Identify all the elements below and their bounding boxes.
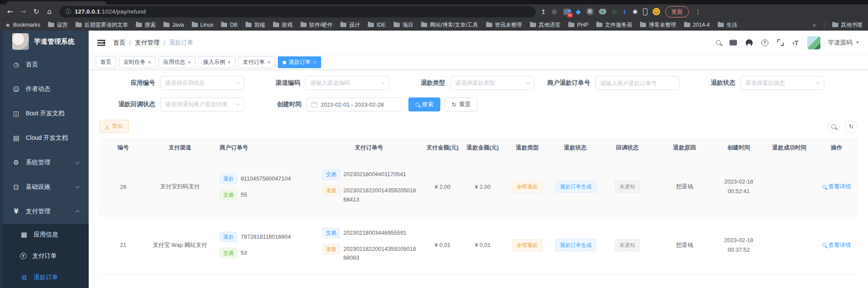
- sidebar-item[interactable]: Boot 开发文档: [0, 101, 89, 126]
- sidebar-item[interactable]: 系统管理: [0, 150, 89, 175]
- home-icon[interactable]: [44, 6, 55, 17]
- message-icon[interactable]: [730, 40, 737, 45]
- bookmark-folder[interactable]: 前端: [246, 21, 265, 29]
- bookmark-folder[interactable]: 网站/博客/文章/工具: [421, 21, 478, 29]
- channel-code-select[interactable]: 请输入渠道编码: [305, 76, 389, 90]
- extension-star-icon[interactable]: [612, 8, 617, 16]
- bookmark-folder[interactable]: PHP: [568, 21, 588, 29]
- bookmark-star-icon[interactable]: [551, 7, 557, 16]
- reload-icon[interactable]: [31, 6, 42, 17]
- tab[interactable]: 应用信息: [159, 56, 196, 68]
- github-icon[interactable]: [746, 39, 753, 46]
- sidebar-item[interactable]: 首页: [0, 52, 89, 77]
- extension-phone-icon[interactable]: [643, 8, 647, 15]
- refund-type-select[interactable]: 请选择退款类型: [450, 76, 534, 90]
- reset-button[interactable]: 重置: [445, 97, 477, 111]
- extension-kite-icon[interactable]: [576, 8, 581, 16]
- tab[interactable]: 退款订单: [278, 56, 321, 68]
- bookmark-folder[interactable]: 运营: [48, 21, 68, 29]
- collapse-sidebar-icon[interactable]: [97, 40, 105, 46]
- extension-panel-icon[interactable]: 12: [563, 8, 571, 16]
- sidebar-item[interactable]: Cloud 开发文档: [0, 126, 89, 150]
- bookmark-folder[interactable]: IDE: [368, 21, 386, 29]
- search-button[interactable]: 搜索: [408, 97, 440, 111]
- cell-refund-amount: ¥ 0.01: [463, 216, 503, 274]
- tab[interactable]: 接入示例: [198, 56, 235, 68]
- bookmarks-root[interactable]: Bookmarks: [5, 22, 40, 28]
- bookmark-folder[interactable]: Java: [163, 21, 183, 29]
- sidebar-subitem[interactable]: 退款订单: [0, 267, 89, 288]
- navbar: 首页 支付管理 退款订单 芋道源码: [89, 31, 868, 55]
- show-search-button[interactable]: [827, 120, 840, 133]
- cell-success-time: [764, 216, 815, 274]
- share-icon[interactable]: [541, 8, 546, 15]
- bookmarks-bar: Bookmarks 运营 近期需要读的文章 搜索 Java: [0, 19, 868, 31]
- user-name: 芋道源码: [828, 39, 852, 47]
- close-icon[interactable]: [188, 59, 191, 66]
- bookmark-folder[interactable]: 搜索: [136, 21, 156, 29]
- refund-status-label: 退款状态: [711, 79, 735, 87]
- breadcrumb-home[interactable]: 首页: [113, 39, 125, 47]
- pay-order-icon: [20, 253, 27, 259]
- merchant-refund-no-input[interactable]: [595, 76, 679, 90]
- extension-recorder-icon[interactable]: [599, 9, 606, 14]
- export-button[interactable]: 导出: [99, 120, 129, 133]
- star-icon: [5, 22, 10, 28]
- create-time-range-picker[interactable]: 2023-02-01 - 2023-02-28: [307, 97, 402, 111]
- bookmark-folder[interactable]: 生活: [718, 21, 737, 29]
- view-detail-link[interactable]: 查看详情: [822, 183, 851, 191]
- bookmarks-overflow-icon[interactable]: [813, 21, 816, 28]
- close-icon[interactable]: [148, 59, 151, 66]
- back-icon[interactable]: [4, 6, 16, 17]
- sidebar-subitem[interactable]: 支付订单: [0, 245, 89, 267]
- forward-icon[interactable]: [17, 6, 29, 17]
- bookmark-folder[interactable]: 设计: [340, 21, 360, 29]
- bookmark-folder[interactable]: 文件服务器: [596, 21, 633, 29]
- bookmark-folder[interactable]: 其他语言: [530, 21, 560, 29]
- tab[interactable]: 定时任务: [119, 56, 156, 68]
- search-icon[interactable]: [716, 40, 721, 45]
- breadcrumb-separator: [163, 39, 165, 46]
- extension-paw-icon[interactable]: [633, 8, 638, 15]
- breadcrumb-pay[interactable]: 支付管理: [135, 39, 159, 47]
- browser-update-button[interactable]: 更新: [665, 6, 689, 17]
- address-bar[interactable]: 127.0.0.1:1024/pay/refund: [59, 6, 536, 17]
- user-dropdown[interactable]: 芋道源码: [807, 36, 859, 49]
- bookmark-folder[interactable]: Linux: [192, 21, 214, 29]
- extension-command-icon[interactable]: [586, 8, 594, 15]
- bookmark-folder[interactable]: 资讯未整理: [486, 21, 522, 29]
- help-icon[interactable]: [761, 39, 768, 46]
- close-icon[interactable]: [228, 59, 231, 66]
- bookmark-folder[interactable]: 游戏: [273, 21, 293, 29]
- close-icon[interactable]: [313, 59, 316, 66]
- sidebar-item[interactable]: 作者动态: [0, 77, 89, 101]
- sidebar-item[interactable]: 基础设施: [0, 175, 89, 199]
- extension-emoji-icon[interactable]: [653, 8, 660, 15]
- bookmark-folder[interactable]: 软件/硬件: [301, 21, 332, 29]
- close-icon[interactable]: [267, 59, 270, 66]
- notify-status-select[interactable]: 请选择通知商户退款结果: [160, 97, 244, 111]
- tab-label: 定时任务: [124, 59, 145, 66]
- browser-menu-icon[interactable]: [694, 8, 702, 15]
- bookmark-folder[interactable]: 近期需要读的文章: [76, 21, 128, 29]
- sidebar-item[interactable]: 支付管理: [0, 199, 89, 224]
- browser-active-tab[interactable]: [6, 1, 107, 4]
- view-detail-link[interactable]: 查看详情: [822, 241, 851, 249]
- bookmark-folder[interactable]: 博客未整理: [640, 21, 676, 29]
- sidebar-subitem[interactable]: 应用信息: [0, 224, 89, 245]
- extension-scroll-icon[interactable]: [622, 8, 627, 15]
- other-bookmarks[interactable]: 其他书签: [832, 21, 863, 29]
- bookmark-folder[interactable]: DB: [221, 21, 237, 29]
- site-info-icon[interactable]: [66, 8, 71, 16]
- bookmark-folder[interactable]: 2014-4: [684, 21, 710, 29]
- tab[interactable]: 首页: [96, 56, 116, 68]
- refresh-table-button[interactable]: [845, 120, 858, 133]
- refund-status-select[interactable]: 请选择退款状态: [740, 76, 824, 90]
- font-size-icon[interactable]: [792, 39, 799, 46]
- app-id-select[interactable]: 请选择应用信息: [160, 76, 244, 90]
- calendar-icon: [311, 102, 318, 108]
- tab[interactable]: 支付订单: [238, 56, 275, 68]
- bookmark-folder[interactable]: 项目: [394, 21, 413, 29]
- fullscreen-icon[interactable]: [777, 39, 784, 46]
- app-logo[interactable]: 芋道管理系统: [0, 31, 89, 52]
